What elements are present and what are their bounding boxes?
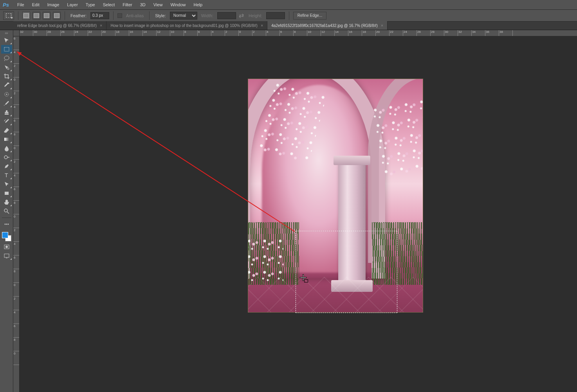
- menu-image[interactable]: Image: [43, 1, 63, 9]
- menu-view[interactable]: View: [150, 1, 167, 9]
- ruler-vertical[interactable]: 642024680246802468024680: [13, 36, 20, 392]
- svg-rect-15: [6, 258, 7, 258]
- width-input: [217, 12, 236, 19]
- tools-panel: T: [0, 30, 13, 392]
- app-logo: Ps: [2, 1, 10, 8]
- svg-point-11: [7, 224, 9, 225]
- selection-mode-add[interactable]: [32, 12, 40, 20]
- svg-rect-4: [4, 138, 9, 141]
- height-label: Height:: [249, 13, 262, 18]
- close-icon[interactable]: ×: [100, 23, 102, 28]
- healing-brush-tool[interactable]: [1, 90, 12, 99]
- gradient-tool[interactable]: [1, 135, 12, 144]
- selection-mode-intersect[interactable]: [53, 12, 61, 20]
- svg-rect-0: [4, 47, 9, 51]
- shape-tool[interactable]: [1, 189, 12, 198]
- hand-tool[interactable]: [1, 198, 12, 207]
- document-tabs: refine Edge brush tool.jpg @ 66.7% (RGB/…: [0, 22, 577, 30]
- refine-edge-button[interactable]: Refine Edge...: [293, 12, 326, 20]
- image-content: [248, 79, 423, 312]
- style-select[interactable]: Normal: [170, 12, 197, 20]
- marquee-tool[interactable]: [1, 45, 12, 54]
- eyedropper-tool[interactable]: [1, 81, 12, 90]
- zoom-tool[interactable]: [1, 207, 12, 216]
- path-selection-tool[interactable]: [1, 180, 12, 189]
- svg-point-3: [6, 94, 7, 95]
- menu-filter[interactable]: Filter: [119, 1, 136, 9]
- tab-title: 4a2efd91522f1b89f0c16782fa61a432.jpg @ 1…: [271, 23, 377, 28]
- quick-mask-toggle[interactable]: [1, 243, 12, 251]
- color-swatches[interactable]: [1, 231, 12, 242]
- svg-rect-14: [4, 254, 9, 257]
- svg-point-9: [4, 224, 5, 225]
- selection-mode-subtract[interactable]: [43, 12, 50, 20]
- dodge-tool[interactable]: [1, 153, 12, 162]
- quick-selection-tool[interactable]: [1, 63, 12, 72]
- svg-point-13: [5, 246, 8, 248]
- menu-window[interactable]: Window: [166, 1, 189, 9]
- menu-file[interactable]: File: [13, 1, 28, 9]
- panel-grip[interactable]: [1, 32, 13, 35]
- tool-preset-picker[interactable]: [3, 11, 14, 20]
- history-brush-tool[interactable]: [1, 117, 12, 126]
- menu-help[interactable]: Help: [190, 1, 207, 9]
- selection-mode-new[interactable]: [22, 12, 30, 20]
- close-icon[interactable]: ×: [381, 23, 383, 28]
- crop-tool[interactable]: [1, 72, 12, 81]
- menu-3d[interactable]: 3D: [136, 1, 150, 9]
- document-canvas[interactable]: [248, 79, 423, 313]
- svg-text:T: T: [5, 172, 8, 178]
- swap-dimensions-icon: ⇄: [238, 13, 245, 19]
- pen-tool[interactable]: [1, 162, 12, 171]
- svg-rect-7: [5, 192, 9, 195]
- screen-mode-toggle[interactable]: [1, 252, 12, 260]
- marquee-rect-icon: [6, 13, 11, 18]
- brush-tool[interactable]: [1, 99, 12, 108]
- options-bar: Feather: Anti-alias Style: Normal Width:…: [0, 10, 577, 22]
- tab-doc-3[interactable]: 4a2efd91522f1b89f0c16782fa61a432.jpg @ 1…: [267, 21, 388, 30]
- svg-point-10: [6, 224, 7, 225]
- canvas-area[interactable]: [20, 36, 577, 392]
- menu-edit[interactable]: Edit: [28, 1, 43, 9]
- menu-type[interactable]: Type: [82, 1, 99, 9]
- edit-toolbar[interactable]: [1, 220, 12, 228]
- antialias-checkbox: [117, 13, 122, 18]
- menu-select[interactable]: Select: [99, 1, 119, 9]
- svg-point-8: [4, 209, 7, 212]
- height-input: [266, 12, 285, 19]
- foreground-color[interactable]: [2, 232, 8, 238]
- blur-tool[interactable]: [1, 144, 12, 153]
- move-tool[interactable]: [1, 36, 12, 45]
- tab-doc-2[interactable]: How to insert image in photoshop on top …: [106, 21, 267, 30]
- svg-point-1: [7, 68, 9, 70]
- feather-input[interactable]: [90, 12, 109, 19]
- menu-layer[interactable]: Layer: [63, 1, 82, 9]
- svg-point-5: [4, 156, 7, 159]
- type-tool[interactable]: T: [1, 171, 12, 180]
- tab-title: How to insert image in photoshop on top …: [110, 23, 257, 28]
- clone-stamp-tool[interactable]: [1, 108, 12, 117]
- tab-title: refine Edge brush tool.jpg @ 66.7% (RGB/…: [17, 23, 97, 28]
- style-label: Style:: [155, 13, 166, 18]
- ruler-horizontal[interactable]: 3230282624222018161412108642024681012141…: [13, 30, 577, 36]
- width-label: Width:: [201, 13, 213, 18]
- tab-doc-1[interactable]: refine Edge brush tool.jpg @ 66.7% (RGB/…: [13, 21, 106, 30]
- antialias-label: Anti-alias: [126, 13, 144, 18]
- menu-bar: Ps File Edit Image Layer Type Select Fil…: [0, 0, 577, 10]
- close-icon[interactable]: ×: [261, 23, 263, 28]
- feather-label: Feather:: [70, 13, 87, 18]
- lasso-tool[interactable]: [1, 54, 12, 63]
- eraser-tool[interactable]: [1, 126, 12, 135]
